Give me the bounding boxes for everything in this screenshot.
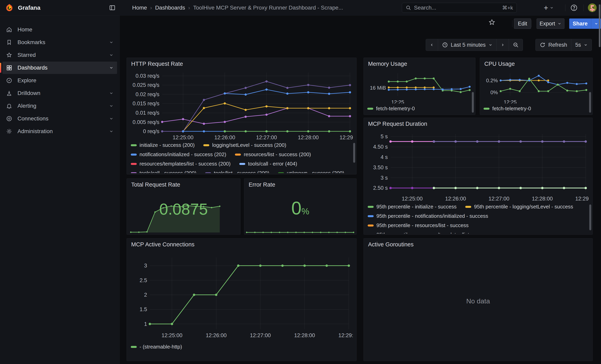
sidebar-item-administration[interactable]: Administration (2, 125, 117, 138)
legend-item[interactable]: - (streamable-http) (131, 344, 182, 350)
legend-item[interactable]: 95th percentile - notifications/initiali… (368, 213, 488, 219)
legend-swatch (131, 154, 137, 156)
time-range-picker[interactable]: Last 5 minutes (438, 39, 497, 51)
legend-item[interactable]: fetch-telemetry-0 (367, 106, 415, 112)
legend-scrollbar[interactable] (472, 92, 474, 113)
legend-swatch (131, 163, 137, 165)
error-rate-value: 0% (244, 198, 356, 218)
help-icon[interactable] (570, 4, 578, 12)
legend-item[interactable]: unknown - success (200) (278, 170, 344, 173)
memory-legend: fetch-telemetry-0 (367, 106, 467, 114)
legend-item[interactable]: resources/templates/list - success (200) (131, 161, 230, 167)
memory-usage-chart[interactable]: 16 MiB12:25 (367, 69, 472, 104)
legend-item[interactable]: fetch-telemetry-0 (483, 106, 531, 112)
sidebar-item-home[interactable]: Home (2, 23, 117, 36)
svg-text:0 req/s: 0 req/s (143, 128, 159, 134)
panel-title[interactable]: MCP Request Duration (368, 121, 427, 127)
mcp-active-connections-chart[interactable]: 11.522.5312:25:0012:26:0012:27:0012:28:0… (131, 251, 353, 341)
sidebar-item-connections[interactable]: Connections (2, 112, 117, 125)
legend-label: 95th percentile - notifications/initiali… (376, 213, 488, 219)
svg-text:12:25: 12:25 (391, 99, 404, 104)
legend-label: logging/setLevel - success (200) (212, 142, 286, 148)
svg-text:12:26:00: 12:26:00 (206, 332, 227, 338)
legend-swatch (367, 108, 373, 110)
svg-text:12:29:00: 12:29:00 (338, 332, 353, 338)
panel-memory-usage: Memory Usage 16 MiB12:25 fetch-telemetry… (363, 58, 475, 115)
legend-scrollbar[interactable] (589, 205, 591, 230)
panel-http-request-rate: HTTP Request Rate 0 req/s0.005 req/s0.01… (127, 58, 357, 175)
sidebar-item-alerting[interactable]: Alerting (2, 100, 117, 112)
legend-item[interactable]: 95th percentile - resources/templates/li… (368, 232, 492, 234)
cpu-legend: fetch-telemetry-0 (483, 106, 583, 114)
panel-title[interactable]: MCP Active Connections (131, 241, 195, 248)
refresh-label: Refresh (548, 42, 567, 48)
sidebar-item-label: Drilldown (18, 90, 104, 96)
panel-active-goroutines: Active Goroutines No data (363, 238, 593, 361)
sidebar-item-dashboards[interactable]: Dashboards (2, 62, 117, 74)
export-button[interactable]: Export (537, 19, 564, 29)
legend-scrollbar[interactable] (353, 143, 355, 163)
chevron-down-icon (489, 43, 492, 47)
panel-title[interactable]: Memory Usage (368, 61, 407, 67)
error-rate-sparkline[interactable] (246, 229, 354, 234)
add-button[interactable]: + (544, 4, 554, 12)
svg-text:0%: 0% (490, 89, 498, 95)
legend-scrollbar[interactable] (589, 92, 591, 113)
no-data-message: No data (364, 297, 592, 305)
panel-title[interactable]: Active Goroutines (368, 241, 414, 248)
sidebar-item-explore[interactable]: Explore (2, 74, 117, 87)
clock-icon (442, 42, 448, 48)
legend-item[interactable]: resources/list - success (200) (235, 151, 311, 157)
legend-label: initialize - success (200) (140, 142, 195, 148)
time-forward-button[interactable] (496, 39, 509, 51)
legend-item[interactable]: initialize - success (200) (131, 142, 195, 148)
legend-item[interactable]: logging/setLevel - success (200) (203, 142, 286, 148)
sidebar-item-label: Home (18, 26, 117, 33)
legend-item[interactable]: tools/list - success (200) (205, 170, 269, 173)
legend-item[interactable]: 95th percentile - logging/setLevel - suc… (465, 204, 573, 210)
legend-item[interactable]: notifications/initialized - success (202… (131, 151, 226, 157)
refresh-interval-picker[interactable]: 5s (571, 39, 592, 51)
breadcrumb-dashboards[interactable]: Dashboards (155, 5, 185, 11)
legend-item[interactable]: 95th percentile - resources/list - succe… (368, 222, 469, 228)
search-box[interactable]: ⌘+k (402, 3, 517, 13)
http-request-rate-chart[interactable]: 0 req/s0.005 req/s0.01 req/s0.015 req/s0… (131, 69, 353, 140)
favorite-star-icon[interactable] (488, 19, 495, 26)
sidebar-item-label: Dashboards (18, 65, 104, 71)
search-input[interactable] (414, 5, 500, 11)
svg-text:12:27:00: 12:27:00 (489, 196, 509, 202)
legend-label: tools/list - success (200) (214, 170, 269, 173)
legend-swatch (205, 172, 211, 173)
zoom-out-button[interactable] (509, 39, 523, 51)
panel-title[interactable]: Total Request Rate (131, 181, 180, 188)
cpu-usage-chart[interactable]: 0%0.2%12:25 (483, 69, 589, 104)
top-bar: Grafana Home › Dashboards › ToolHive MCP… (0, 0, 601, 16)
panel-title[interactable]: HTTP Request Rate (131, 61, 183, 67)
svg-text:12:29:00: 12:29:00 (575, 196, 589, 202)
sidebar-toggle-icon[interactable] (108, 4, 116, 12)
page-scrollbar[interactable] (599, 4, 601, 47)
sidebar-item-drilldown[interactable]: Drilldown (2, 87, 117, 99)
panel-title[interactable]: Error Rate (249, 181, 275, 188)
sidebar-item-label: Administration (18, 128, 104, 135)
sidebar-item-starred[interactable]: Starred (2, 49, 117, 61)
panel-error-rate: Error Rate 0% (244, 178, 357, 235)
sidebar-item-bookmarks[interactable]: Bookmarks (2, 36, 117, 49)
legend-label: resources/list - success (200) (244, 151, 311, 157)
edit-button[interactable]: Edit (514, 19, 531, 29)
legend-item[interactable]: 95th percentile - initialize - success (368, 204, 457, 210)
avatar[interactable] (588, 3, 597, 12)
brand[interactable]: Grafana (5, 0, 40, 16)
time-back-button[interactable] (426, 39, 438, 51)
grafana-logo-icon (5, 4, 13, 12)
share-button[interactable]: Share (569, 19, 591, 29)
legend-item[interactable]: tools/call - success (200) (131, 170, 196, 173)
mcp-request-duration-chart[interactable]: 2.50 s3 s3.50 s4 s4.50 s5 s12:25:0012:26… (368, 129, 589, 202)
chevron-down-icon (109, 117, 113, 121)
legend-label: - (streamable-http) (140, 344, 182, 350)
breadcrumb-home[interactable]: Home (132, 5, 147, 11)
svg-text:12:25:00: 12:25:00 (161, 332, 182, 338)
panel-title[interactable]: CPU Usage (484, 61, 515, 67)
legend-item[interactable]: tools/call - error (404) (239, 161, 297, 167)
refresh-button[interactable]: Refresh (535, 39, 571, 51)
